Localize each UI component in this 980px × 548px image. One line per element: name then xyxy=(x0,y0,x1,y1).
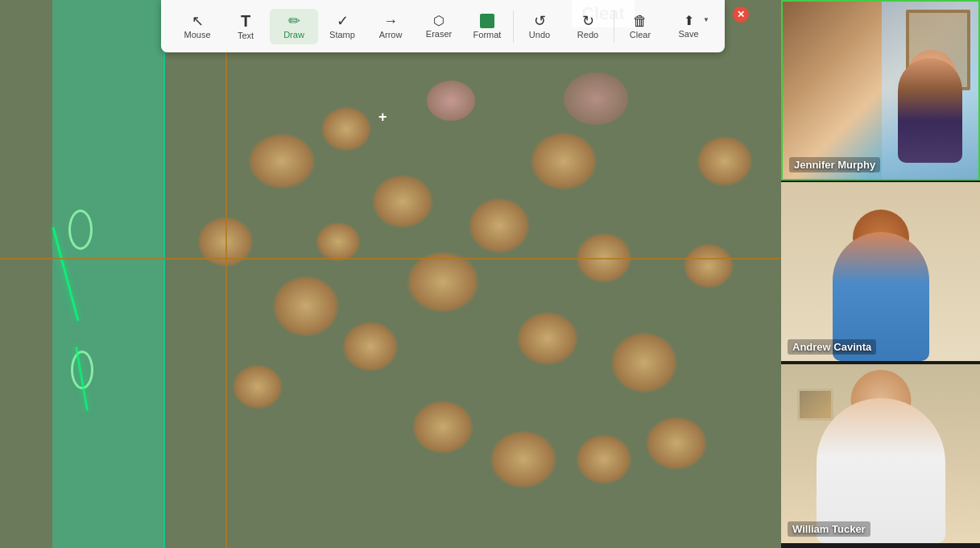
mouse-label: Mouse xyxy=(184,30,210,39)
clear-label: Clear xyxy=(630,30,651,39)
participant-tile-jennifer[interactable]: Jennifer Murphy xyxy=(781,0,980,181)
toolbar-mouse[interactable]: ↖ Mouse xyxy=(173,9,221,44)
eraser-label: Eraser xyxy=(426,29,452,39)
format-icon xyxy=(480,14,494,28)
toolbar-draw[interactable]: ✏ Draw xyxy=(270,9,318,44)
redo-label: Redo xyxy=(577,30,598,39)
toolbar-eraser[interactable]: ⬡ Eraser xyxy=(415,10,463,44)
stamp-label: Stamp xyxy=(329,30,355,39)
crosshair-horizontal xyxy=(0,258,781,259)
jennifer-name: Jennifer Murphy xyxy=(789,157,880,172)
william-room-picture xyxy=(797,388,833,421)
stamp-icon: ✓ xyxy=(337,14,349,28)
draw-label: Draw xyxy=(283,30,304,39)
toolbar-divider-1 xyxy=(513,10,514,43)
cursor-crosshair xyxy=(378,109,395,125)
andrew-video-bg xyxy=(781,182,980,361)
participants-panel: Jennifer Murphy Andrew Cavinta William T… xyxy=(781,0,980,548)
save-icon: ⬆ xyxy=(684,15,694,27)
save-label: Save xyxy=(678,29,698,39)
participant-tile-andrew[interactable]: Andrew Cavinta xyxy=(781,182,980,363)
crosshair-vertical xyxy=(225,0,227,548)
annotation-oval-1 xyxy=(68,210,93,250)
redo-icon: ↻ xyxy=(582,14,594,28)
toolbar-format[interactable]: Format xyxy=(463,9,511,44)
william-name: William Tucker xyxy=(788,521,870,537)
toolbar-text[interactable]: T Text xyxy=(221,8,270,45)
mouse-icon: ↖ xyxy=(192,14,204,28)
participant-tile-william[interactable]: William Tucker xyxy=(781,364,980,545)
toolbar-clear[interactable]: 🗑 Clear xyxy=(616,9,664,44)
jennifer-body xyxy=(898,58,962,163)
text-label: Text xyxy=(238,31,254,40)
arrow-label: Arrow xyxy=(379,30,403,39)
toolbar-save[interactable]: ⬆ Save ▼ xyxy=(664,10,713,44)
pink-blob-1 xyxy=(427,81,475,121)
eraser-icon: ⬡ xyxy=(433,15,445,27)
text-icon: T xyxy=(241,13,250,29)
ruler-left xyxy=(52,0,165,548)
format-label: Format xyxy=(473,30,502,39)
toolbar-redo[interactable]: ↻ Redo xyxy=(564,9,612,44)
william-video-bg xyxy=(781,364,980,543)
andrew-name: Andrew Cavinta xyxy=(788,339,876,355)
toolbar-stamp[interactable]: ✓ Stamp xyxy=(318,9,366,44)
save-dropdown-arrow: ▼ xyxy=(703,16,709,23)
draw-icon: ✏ xyxy=(288,14,300,28)
clear-icon: 🗑 xyxy=(633,14,647,28)
undo-label: Undo xyxy=(529,30,550,39)
close-button[interactable]: ✕ xyxy=(733,6,749,23)
undo-icon: ↺ xyxy=(534,14,546,28)
pink-blob-2 xyxy=(564,73,628,125)
whiteboard-image[interactable] xyxy=(0,0,781,548)
toolbar-arrow[interactable]: → Arrow xyxy=(366,9,415,44)
jennifer-video-bg xyxy=(783,2,978,179)
main-whiteboard-area: Cleat ↖ Mouse T Text ✏ Draw ✓ Stamp → Ar… xyxy=(0,0,781,548)
toolbar-undo[interactable]: ↺ Undo xyxy=(515,9,564,44)
arrow-icon: → xyxy=(383,14,398,28)
toolbar-divider-2 xyxy=(614,10,614,43)
toolbar: ↖ Mouse T Text ✏ Draw ✓ Stamp → Arrow ⬡ … xyxy=(161,0,725,52)
